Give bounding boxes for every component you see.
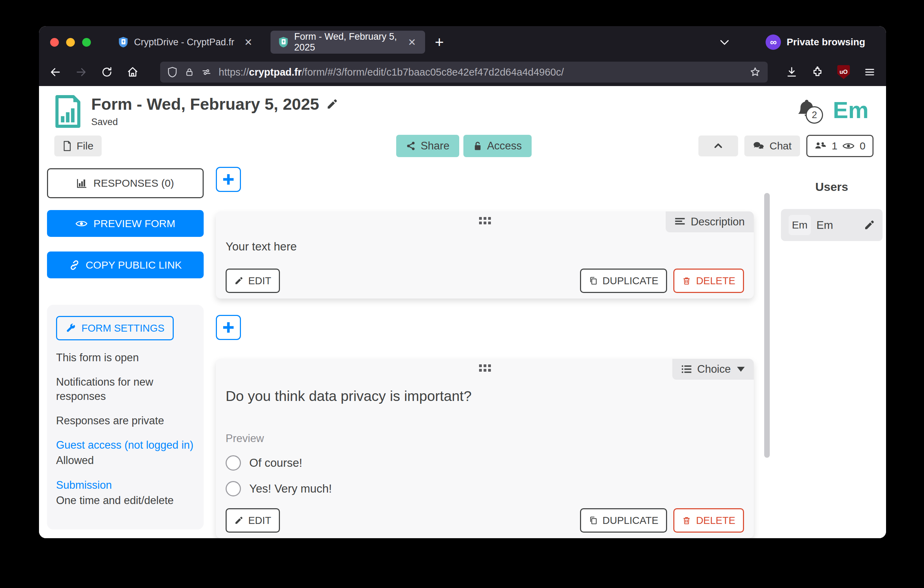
menu-hamburger-button[interactable]	[864, 66, 876, 78]
maximize-window-button[interactable]	[82, 38, 91, 47]
tab-close-button[interactable]: ✕	[243, 36, 254, 48]
presence-indicator[interactable]: 1 0	[806, 135, 873, 157]
collapse-toolbar-button[interactable]	[698, 135, 738, 157]
tab-title: CryptDrive - CryptPad.fr	[134, 37, 234, 48]
duplicate-label: DUPLICATE	[603, 515, 659, 526]
share-button[interactable]: Share	[396, 135, 459, 157]
rename-pencil-icon[interactable]	[326, 98, 338, 110]
duplicate-label: DUPLICATE	[603, 275, 659, 287]
delete-button[interactable]: DELETE	[673, 269, 744, 293]
add-block-button[interactable]	[216, 315, 241, 340]
drag-handle[interactable]	[479, 217, 491, 224]
duplicate-button[interactable]: DUPLICATE	[580, 269, 667, 293]
description-text[interactable]: Your text here	[226, 240, 744, 253]
preview-form-button[interactable]: PREVIEW FORM	[47, 210, 204, 237]
close-window-button[interactable]	[50, 38, 59, 47]
choice-option: Of course!	[226, 455, 744, 471]
private-browsing-label: Private browsing	[787, 36, 865, 48]
form-settings-panel: FORM SETTINGS This form is open Notifica…	[47, 305, 204, 530]
new-tab-button[interactable]: +	[435, 33, 444, 51]
plus-icon	[221, 172, 235, 187]
copy-public-link-label: COPY PUBLIC LINK	[86, 259, 182, 271]
share-label: Share	[421, 140, 449, 152]
url-bar[interactable]: https://cryptpad.fr/form/#/3/form/edit/c…	[160, 62, 768, 83]
radio-button[interactable]	[226, 481, 241, 496]
tracking-protection-shield-icon[interactable]	[167, 66, 178, 78]
minimize-window-button[interactable]	[66, 38, 75, 47]
permissions-icon[interactable]	[201, 67, 212, 77]
edit-button[interactable]: EDIT	[226, 508, 280, 533]
bookmark-star-icon[interactable]	[749, 66, 761, 78]
chat-button[interactable]: Chat	[744, 135, 800, 157]
add-block-button[interactable]	[216, 167, 241, 192]
downloads-button[interactable]	[786, 66, 798, 78]
https-lock-icon[interactable]	[185, 67, 194, 77]
cryptpad-app: Form - Wed, February 5, 2025 Saved 2 Em …	[39, 86, 886, 538]
tab-close-button[interactable]: ✕	[407, 36, 417, 48]
scrollbar-track	[764, 167, 770, 538]
block-actions: EDIT DUPLICATE DELETE	[226, 508, 744, 538]
edit-label: EDIT	[248, 275, 271, 287]
back-button[interactable]	[50, 66, 61, 78]
notifications-bell-button[interactable]: 2	[796, 98, 819, 122]
tab-form-active[interactable]: Form - Wed, February 5, 2025 ✕	[271, 31, 425, 54]
private-browsing-badge: ∞ Private browsing	[766, 35, 865, 50]
link-icon	[69, 259, 80, 271]
editors-group-icon	[814, 141, 827, 151]
responses-button[interactable]: RESPONSES (0)	[47, 168, 204, 198]
duplicate-icon	[589, 276, 598, 285]
ublock-origin-button[interactable]: uO	[837, 65, 850, 79]
home-button[interactable]	[127, 66, 139, 78]
file-menu-label: File	[77, 140, 93, 152]
form-settings-button[interactable]: FORM SETTINGS	[56, 316, 174, 340]
save-status: Saved	[91, 117, 338, 127]
forward-button[interactable]	[75, 66, 87, 78]
delete-button[interactable]: DELETE	[673, 508, 744, 533]
user-name: Em	[817, 219, 833, 232]
url-text[interactable]: https://cryptpad.fr/form/#/3/form/edit/c…	[219, 66, 742, 78]
guest-access-link[interactable]: Guest access (not logged in)	[56, 438, 195, 452]
copy-public-link-button[interactable]: COPY PUBLIC LINK	[47, 251, 204, 278]
account-button[interactable]: Em	[833, 99, 869, 122]
private-browsing-mask-icon: ∞	[766, 35, 781, 50]
browser-window: CryptDrive - CryptPad.fr ✕ Form - Wed, F…	[39, 26, 886, 538]
option-label: Of course!	[249, 456, 302, 469]
cryptpad-shield-icon	[118, 36, 129, 48]
edit-name-pencil-icon[interactable]	[864, 220, 875, 231]
file-icon	[63, 141, 72, 151]
block-type-chip[interactable]: Choice	[672, 359, 754, 380]
tabs-list-chevron-down-icon[interactable]	[718, 36, 731, 48]
submission-link[interactable]: Submission	[56, 478, 195, 492]
reload-button[interactable]	[101, 66, 113, 78]
option-label: Yes! Very much!	[249, 482, 332, 496]
responses-label: RESPONSES (0)	[93, 177, 174, 189]
chevron-down-icon	[737, 367, 745, 372]
block-type-label: Choice	[697, 363, 731, 375]
trash-icon	[682, 276, 691, 285]
duplicate-button[interactable]: DUPLICATE	[580, 508, 667, 533]
trash-icon	[682, 516, 691, 525]
cryptpad-shield-icon	[278, 36, 289, 48]
choice-block: Choice Do you think data privacy is impo…	[216, 359, 754, 538]
form-editor: Description Your text here EDIT DUPLICAT…	[216, 167, 754, 538]
extensions-button[interactable]	[812, 66, 823, 78]
question-title[interactable]: Do you think data privacy is important?	[226, 388, 744, 405]
scrollbar-thumb[interactable]	[764, 193, 770, 458]
edit-label: EDIT	[248, 515, 271, 526]
radio-button[interactable]	[226, 455, 241, 471]
file-menu-button[interactable]: File	[54, 135, 102, 157]
drag-handle[interactable]	[479, 364, 491, 372]
block-type-label: Description	[691, 216, 745, 228]
tab-cryptdrive[interactable]: CryptDrive - CryptPad.fr ✕	[111, 31, 261, 54]
document-title: Form - Wed, February 5, 2025	[91, 95, 319, 113]
preview-form-label: PREVIEW FORM	[93, 218, 175, 230]
access-button[interactable]: Access	[464, 135, 531, 157]
user-list-item: Em Em	[781, 209, 883, 241]
edit-button[interactable]: EDIT	[226, 269, 280, 293]
avatar: Em	[789, 215, 811, 235]
users-panel: Users Em Em	[781, 167, 886, 538]
delete-label: DELETE	[696, 275, 735, 287]
url-scheme: https://	[219, 66, 249, 78]
list-icon	[681, 365, 692, 374]
setting-form-open: This form is open	[56, 351, 195, 365]
